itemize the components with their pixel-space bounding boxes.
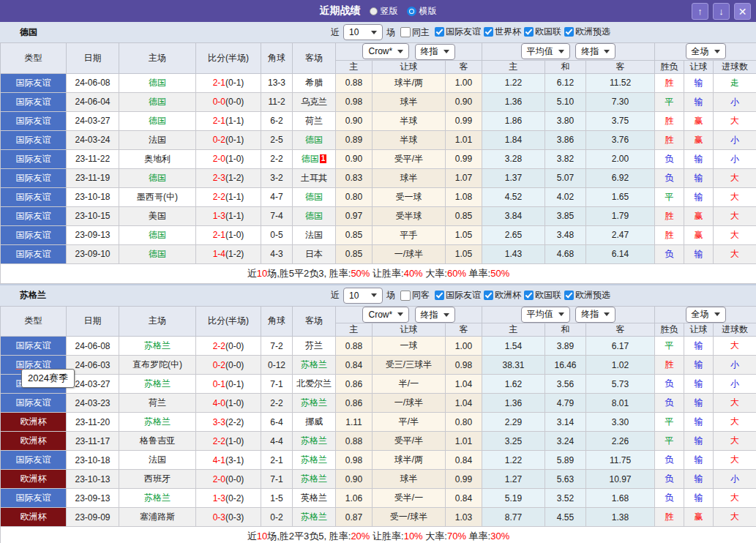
away-team-cell[interactable]: 苏格兰 [293, 470, 336, 489]
away-team-cell[interactable]: 苏格兰 [293, 356, 336, 375]
col-header-home: 主场 [119, 43, 196, 74]
away-team-cell[interactable]: 德国1 [293, 149, 336, 168]
avg-source-select[interactable]: 平均值 [521, 43, 570, 59]
away-team-cell[interactable]: 芬兰 [293, 337, 336, 356]
home-team-cell[interactable]: 苏格兰 [119, 489, 196, 508]
away-team-cell[interactable]: 德国 [293, 187, 336, 206]
competition-checkbox[interactable]: 欧国联 [524, 289, 561, 302]
home-team-cell[interactable]: 德国 [119, 73, 196, 92]
scope-select[interactable]: 全场 [686, 307, 726, 323]
match-row: 欧洲杯23-10-13西班牙2-0(0-0)7-1苏格兰0.90球半0.991.… [1, 470, 756, 489]
home-team-cell[interactable]: 德国 [119, 244, 196, 263]
same-venue-checkbox[interactable]: 同主 [400, 26, 430, 39]
home-team-cell[interactable]: 苏格兰 [119, 337, 196, 356]
away-team-cell[interactable]: 北爱尔兰 [293, 375, 336, 394]
avg-final-select[interactable]: 终指 [575, 307, 615, 323]
result-goals-cell: 小 [714, 92, 756, 111]
competition-checkbox[interactable]: 国际友谊 [435, 26, 481, 38]
competition-checkbox[interactable]: 欧洲预选 [564, 26, 610, 38]
result-goals-cell: 大 [714, 508, 756, 527]
checkbox-checked-icon [484, 291, 493, 300]
competition-cell[interactable]: 国际友谊 [1, 73, 67, 92]
away-team-cell[interactable]: 荷兰 [293, 111, 336, 130]
home-team-cell[interactable]: 奥地利 [119, 149, 196, 168]
competition-cell[interactable]: 国际友谊 [1, 187, 67, 206]
away-team-cell[interactable]: 苏格兰 [293, 394, 336, 413]
match-count-select[interactable]: 10 [343, 288, 383, 304]
competition-cell[interactable]: 国际友谊 [1, 149, 67, 168]
move-down-button[interactable]: ↓ [713, 3, 730, 20]
away-team-cell[interactable]: 土耳其 [293, 168, 336, 187]
result-goals-cell: 大 [714, 111, 756, 130]
move-up-button[interactable]: ↑ [692, 3, 708, 20]
away-team-cell[interactable]: 乌克兰 [293, 92, 336, 111]
corners-cell: 2-1 [261, 451, 293, 470]
home-team-cell[interactable]: 荷兰 [119, 394, 196, 413]
home-team-cell[interactable]: 德国 [119, 225, 196, 244]
competition-cell[interactable]: 国际友谊 [1, 206, 67, 225]
odds-final-select[interactable]: 终指 [415, 44, 455, 60]
competition-cell[interactable]: 国际友谊 [1, 337, 67, 356]
avg-source-select[interactable]: 平均值 [521, 307, 570, 323]
home-team-cell[interactable]: 苏格兰 [119, 375, 196, 394]
away-team-cell[interactable]: 苏格兰 [293, 451, 336, 470]
odds-source-select[interactable]: Crow* [362, 307, 409, 323]
away-team-cell[interactable]: 苏格兰 [293, 508, 336, 527]
home-team-cell[interactable]: 苏格兰 [119, 413, 196, 432]
result-goals-cell: 小 [714, 470, 756, 489]
same-venue-checkbox[interactable]: 同客 [400, 289, 430, 302]
competition-cell[interactable]: 国际友谊 [1, 225, 67, 244]
home-team-cell[interactable]: 直布罗陀(中) [119, 356, 196, 375]
away-team-cell[interactable]: 日本 [293, 244, 336, 263]
home-odds-cell: 0.88 [336, 73, 373, 92]
competition-checkbox[interactable]: 欧洲杯 [484, 289, 521, 302]
home-team-cell[interactable]: 德国 [119, 168, 196, 187]
home-team-cell[interactable]: 德国 [119, 92, 196, 111]
away-team-cell[interactable]: 英格兰 [293, 489, 336, 508]
away-team-cell[interactable]: 苏格兰 [293, 432, 336, 451]
competition-checkbox[interactable]: 国际友谊 [435, 289, 481, 302]
home-team-cell[interactable]: 西班牙 [119, 470, 196, 489]
match-count-select[interactable]: 10 [343, 24, 383, 40]
competition-cell[interactable]: 国际友谊 [1, 168, 67, 187]
away-team-cell[interactable]: 希腊 [293, 73, 336, 92]
competition-cell[interactable]: 国际友谊 [1, 92, 67, 111]
match-row: 国际友谊24-03-27德国2-1(1-1)6-2荷兰0.90半球0.991.8… [1, 111, 756, 130]
match-row: 国际友谊23-11-22奥地利2-0(1-0)2-2德国10.90受平/半0.9… [1, 149, 756, 168]
col-header-date: 日期 [67, 43, 119, 74]
home-team-cell[interactable]: 塞浦路斯 [119, 508, 196, 527]
competition-cell[interactable]: 国际友谊 [1, 451, 67, 470]
close-button[interactable]: ✕ [734, 3, 751, 20]
home-team-cell[interactable]: 格鲁吉亚 [119, 432, 196, 451]
competition-checkbox[interactable]: 欧洲预选 [564, 289, 610, 302]
competition-checkbox[interactable]: 欧国联 [524, 26, 561, 38]
layout-radio-horizontal[interactable]: 横版 [407, 5, 437, 18]
competition-cell[interactable]: 国际友谊 [1, 130, 67, 149]
competition-cell[interactable]: 欧洲杯 [1, 432, 67, 451]
away-team-cell[interactable]: 法国 [293, 225, 336, 244]
layout-radio-vertical[interactable]: 竖版 [370, 5, 398, 18]
away-team-cell[interactable]: 挪威 [293, 413, 336, 432]
home-team-cell[interactable]: 墨西哥(中) [119, 187, 196, 206]
competition-cell[interactable]: 国际友谊 [1, 394, 67, 413]
odds-source-select[interactable]: Crow* [362, 43, 409, 59]
competition-checkbox[interactable]: 世界杯 [484, 26, 521, 38]
competition-cell[interactable]: 欧洲杯 [1, 508, 67, 527]
competition-cell[interactable]: 欧洲杯 [1, 470, 67, 489]
competition-cell[interactable]: 国际友谊 [1, 244, 67, 263]
result-handicap-cell: 输 [684, 92, 714, 111]
away-team-cell[interactable]: 德国 [293, 206, 336, 225]
competition-cell[interactable]: 国际友谊 [1, 489, 67, 508]
checkbox-checked-icon [524, 27, 534, 37]
home-team-cell[interactable]: 美国 [119, 206, 196, 225]
scope-select[interactable]: 全场 [686, 43, 726, 59]
away-team-cell[interactable]: 德国 [293, 130, 336, 149]
competition-cell[interactable]: 国际友谊 [1, 111, 67, 130]
competition-cell[interactable]: 欧洲杯 [1, 413, 67, 432]
date-cell: 23-09-13 [67, 489, 119, 508]
home-team-cell[interactable]: 法国 [119, 130, 196, 149]
home-team-cell[interactable]: 德国 [119, 111, 196, 130]
odds-final-select[interactable]: 终指 [415, 307, 455, 323]
avg-final-select[interactable]: 终指 [575, 43, 615, 59]
home-team-cell[interactable]: 法国 [119, 451, 196, 470]
